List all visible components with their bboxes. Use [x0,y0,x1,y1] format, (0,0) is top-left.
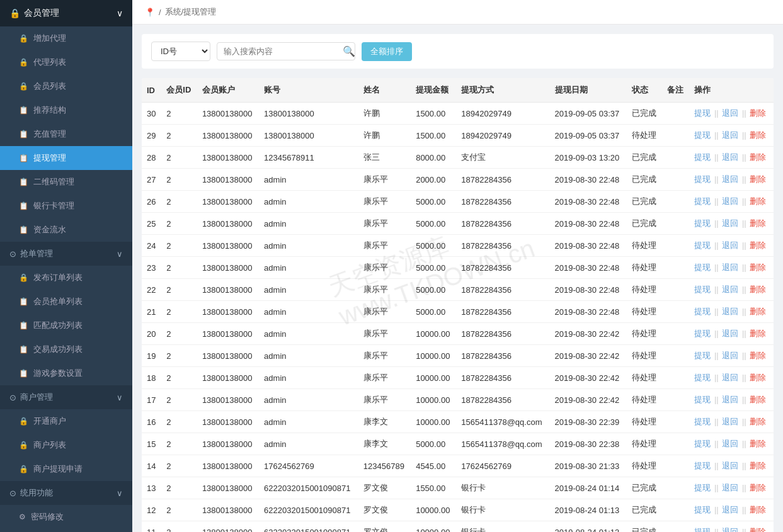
submit-link[interactable]: 提现 [694,483,711,492]
delete-link[interactable]: 删除 [750,263,766,272]
delete-link[interactable]: 删除 [750,461,766,470]
submit-link[interactable]: 提现 [694,130,711,140]
delete-link[interactable]: 删除 [750,417,766,426]
submit-link[interactable]: 提现 [694,505,711,514]
sidebar-item-开通商户[interactable]: 🔒开通商户 [0,409,132,433]
submit-link[interactable]: 提现 [694,373,711,382]
submit-link[interactable]: 提现 [694,439,711,448]
search-icon[interactable]: 🔍 [343,45,355,57]
return-link[interactable]: 退回 [722,505,738,514]
delete-link[interactable]: 删除 [750,285,766,294]
sidebar-item-商户列表[interactable]: 🔒商户列表 [0,433,132,457]
sidebar-item-商户提现申请[interactable]: 🔒商户提现申请 [0,457,132,481]
return-link[interactable]: 退回 [722,329,738,338]
sep1: || [712,174,721,184]
sidebar-item-会员列表[interactable]: 🔒会员列表 [0,74,132,98]
sidebar-item-代理列表[interactable]: 🔒代理列表 [0,50,132,74]
table-cell-会员账户: 13800138000 [197,235,259,257]
delete-link[interactable]: 删除 [750,351,766,360]
sidebar-item-二维码管理[interactable]: 📋二维码管理 [0,170,132,194]
sidebar-item-角色管理[interactable]: 🔒角色管理 [0,529,132,532]
return-link[interactable]: 退回 [722,483,738,492]
submit-link[interactable]: 提现 [694,527,711,532]
submit-link[interactable]: 提现 [694,241,711,250]
delete-link[interactable]: 删除 [750,483,766,492]
return-link[interactable]: 退回 [722,263,738,272]
submit-link[interactable]: 提现 [694,307,711,316]
submit-link[interactable]: 提现 [694,285,711,294]
delete-link[interactable]: 删除 [750,373,766,382]
submit-link[interactable]: 提现 [694,174,711,184]
sidebar-item-资金流水[interactable]: 📋资金流水 [0,218,132,242]
submit-link[interactable]: 提现 [694,417,711,426]
delete-link[interactable]: 删除 [750,196,766,206]
return-link[interactable]: 退回 [722,461,738,470]
return-link[interactable]: 退回 [722,527,738,532]
sidebar-item-推荐结构[interactable]: 📋推荐结构 [0,98,132,122]
member-section-header[interactable]: 🔒 会员管理 ∨ [0,0,132,26]
sidebar-item-匹配成功列表[interactable]: 📋匹配成功列表 [0,314,132,337]
submit-link[interactable]: 提现 [694,351,711,360]
sidebar-item-充值管理[interactable]: 📋充值管理 [0,122,132,146]
delete-link[interactable]: 删除 [750,439,766,448]
return-link[interactable]: 退回 [722,351,738,360]
delete-link[interactable]: 删除 [750,108,766,118]
delete-link[interactable]: 删除 [750,130,766,140]
submit-link[interactable]: 提现 [694,218,711,228]
return-link[interactable]: 退回 [722,108,738,118]
submit-link[interactable]: 提现 [694,196,711,206]
return-link[interactable]: 退回 [722,130,738,140]
submit-link[interactable]: 提现 [694,461,711,470]
sidebar-item-增加代理[interactable]: 🔒增加代理 [0,26,132,50]
sidebar-item-游戏参数设置[interactable]: 📋游戏参数设置 [0,361,132,385]
sidebar-item-交易成功列表[interactable]: 📋交易成功列表 [0,337,132,361]
table-cell-ID: 16 [142,411,161,433]
delete-link[interactable]: 删除 [750,505,766,514]
sort-button[interactable]: 全额排序 [362,42,412,61]
sidebar-item-提现管理[interactable]: 📋提现管理 [0,146,132,170]
delete-link[interactable]: 删除 [750,241,766,250]
table-cell-提现金额: 8000.00 [411,147,456,169]
delete-link[interactable]: 删除 [750,395,766,404]
return-link[interactable]: 退回 [722,218,738,228]
return-link[interactable]: 退回 [722,307,738,316]
return-link[interactable]: 退回 [722,174,738,184]
return-link[interactable]: 退回 [722,417,738,426]
sidebar-item-会员抢单列表[interactable]: 📋会员抢单列表 [0,290,132,314]
withdrawal-table: ID会员ID会员账户账号姓名提现金额提现方式提现日期状态备注操作 3021380… [142,78,774,532]
delete-link[interactable]: 删除 [750,218,766,228]
sidebar-item-密码修改[interactable]: ⚙密码修改 [0,505,132,529]
main-content: 📍 / 系统/提现管理 ID号 会员ID 会员账户 🔍 全额排序 ID会员ID会… [132,0,783,532]
delete-link[interactable]: 删除 [750,527,766,532]
search-field-select[interactable]: ID号 会员ID 会员账户 [151,42,210,61]
return-link[interactable]: 退回 [722,285,738,294]
submit-link[interactable]: 提现 [694,395,711,404]
table-row: 21213800138000admin康乐平5000.0018782284356… [142,301,774,323]
return-link[interactable]: 退回 [722,395,738,404]
delete-link[interactable]: 删除 [750,329,766,338]
sidebar-item-银行卡管理[interactable]: 📋银行卡管理 [0,194,132,218]
submit-link[interactable]: 提现 [694,152,711,162]
delete-link[interactable]: 删除 [750,307,766,316]
return-link[interactable]: 退回 [722,241,738,250]
submit-link[interactable]: 提现 [694,108,711,118]
grab-section-label: 抢单管理 [20,248,53,259]
search-input[interactable] [217,42,355,60]
return-link[interactable]: 退回 [722,196,738,206]
submit-link[interactable]: 提现 [694,263,711,272]
return-link[interactable]: 退回 [722,373,738,382]
return-link[interactable]: 退回 [722,152,738,162]
table-cell-提现方式: 18942029749 [456,125,549,147]
return-link[interactable]: 退回 [722,439,738,448]
merchant-section-header[interactable]: ⊙ 商户管理 ∨ [0,385,132,409]
table-cell-会员账户: 13800138000 [197,477,259,499]
sidebar-item-label: 二维码管理 [33,176,74,188]
system-section-header[interactable]: ⊙ 统用功能 ∨ [0,481,132,505]
submit-link[interactable]: 提现 [694,329,711,338]
sidebar-item-发布订单列表[interactable]: 🔒发布订单列表 [0,266,132,290]
table-cell-提现日期: 2019-09-03 13:20 [550,147,627,169]
delete-link[interactable]: 删除 [750,152,766,162]
delete-link[interactable]: 删除 [750,174,766,184]
grab-section-header[interactable]: ⊙ 抢单管理 ∨ [0,242,132,266]
sep1: || [712,461,721,470]
